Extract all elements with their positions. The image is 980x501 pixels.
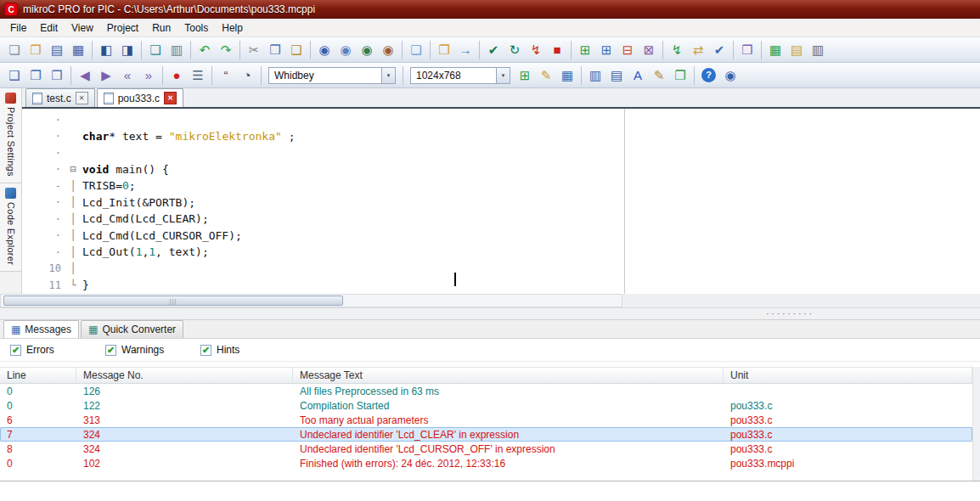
indent-button[interactable]: ▶ [96, 65, 116, 86]
save-file-button[interactable]: ▤ [47, 40, 67, 60]
message-row[interactable]: 7324Undeclared identifier 'Lcd_CLEAR' in… [0, 427, 972, 442]
print-preview-button[interactable]: ❏ [145, 40, 166, 60]
new-file-button[interactable]: ❏ [4, 40, 25, 60]
macros-list-button[interactable]: ☰ [188, 65, 208, 86]
column-header-message-no-[interactable]: Message No. [76, 368, 293, 383]
help-button[interactable]: ? [701, 68, 716, 82]
menu-item-run[interactable]: Run [145, 20, 177, 37]
show-breakpoints-button[interactable]: ▥ [585, 65, 605, 86]
copy-button[interactable]: ❐ [265, 40, 285, 60]
message-row[interactable]: 8324Undeclared identifier 'Lcd_CURSOR_OF… [0, 442, 972, 456]
tab-quick-converter[interactable]: ▦Quick Converter [81, 320, 183, 338]
hscroll-thumb[interactable]: ||| [3, 296, 343, 306]
program-mcu-icon: ↯ [672, 43, 683, 56]
open-file-button[interactable]: ❒ [25, 40, 46, 60]
paste-button[interactable]: ❑ [286, 40, 307, 60]
tab-messages[interactable]: ▦Messages [3, 320, 79, 338]
hints-checkbox[interactable]: ✔ [200, 345, 211, 356]
find-in-files-button[interactable]: ◉ [357, 40, 377, 60]
menu-item-tools[interactable]: Tools [177, 20, 215, 37]
doc-tab-pou333-c[interactable]: pou333.c✕ [97, 88, 183, 107]
menu-item-view[interactable]: View [65, 20, 100, 37]
replace-button[interactable]: ◉ [378, 40, 398, 60]
verify-mcu-button[interactable]: ✔ [709, 40, 729, 60]
statistics-button[interactable]: ▥ [808, 40, 828, 60]
print-button[interactable]: ▥ [166, 40, 187, 60]
save-all-button[interactable]: ▦ [68, 40, 88, 60]
copy-rtf-button[interactable]: ❐ [434, 40, 454, 60]
record-macro-button[interactable]: ● [166, 65, 187, 86]
close-tab-icon[interactable]: ✕ [164, 92, 177, 104]
column-header-message-text[interactable]: Message Text [293, 368, 724, 383]
redo-button[interactable]: ↷ [216, 40, 236, 60]
toolbar-separator [403, 66, 403, 85]
package-manager-button[interactable]: ❒ [737, 40, 758, 60]
sidebar-tab-code-explorer[interactable]: Code Explorer [0, 183, 21, 272]
find-button[interactable]: ◉ [314, 40, 335, 60]
find-next-button[interactable]: ◉ [335, 40, 356, 60]
uncomment-lines-button[interactable]: » [138, 65, 159, 86]
undo-button[interactable]: ↶ [194, 40, 215, 60]
show-code-explorer-button[interactable]: ❐ [25, 65, 46, 86]
read-mcu-button[interactable]: ⇄ [688, 40, 708, 60]
code-templates-button[interactable]: ◨ [117, 40, 138, 60]
close-project-button[interactable]: ⊠ [639, 40, 659, 60]
menu-item-help[interactable]: Help [215, 20, 250, 37]
comment-lines-button[interactable]: « [117, 65, 138, 86]
stop-build-button[interactable]: ■ [547, 40, 567, 60]
show-project-manager-button[interactable]: ❒ [47, 65, 67, 86]
warnings-checkbox[interactable]: ✔ [105, 345, 116, 356]
chevron-down-icon[interactable]: ▼ [496, 68, 510, 83]
rebuild-all-icon: ↻ [510, 43, 521, 56]
code-editor[interactable]: ··char* text = "mikroElektronka" ;··⊟voi… [22, 109, 980, 294]
display-grid-button[interactable]: ▦ [557, 65, 577, 86]
resolution-combo[interactable]: 1024x768▼ [410, 67, 510, 84]
outdent-button[interactable]: ◀ [75, 65, 95, 86]
options-button[interactable]: ▤ [786, 40, 807, 60]
column-header-line[interactable]: Line [0, 368, 76, 383]
sidebar-tab-project-settings[interactable]: Project Settings [0, 88, 21, 183]
style-combo[interactable]: Whidbey▼ [268, 67, 396, 84]
show-procedures-list-icon: ❑ [8, 69, 20, 82]
cut-button[interactable]: ✂ [244, 40, 264, 60]
filter-label: Warnings [121, 344, 164, 356]
font-settings-button[interactable]: A [628, 65, 648, 86]
close-tab-icon[interactable]: ✕ [76, 92, 88, 104]
edit-display-button[interactable]: ✎ [536, 65, 556, 86]
code-editor-button[interactable]: ◧ [96, 40, 116, 60]
add-display-button[interactable]: ⊞ [515, 65, 535, 86]
message-row[interactable]: 0126All files Preprocessed in 63 ms [0, 384, 972, 398]
message-row[interactable]: 0102Finished (with errors): 24 déc. 2012… [0, 456, 972, 470]
message-row[interactable]: 6313Too many actual parameterspou333.c [0, 413, 972, 427]
goto-line-button[interactable]: ❏ [406, 40, 426, 60]
stopwatch-button[interactable]: ◔ [237, 65, 257, 86]
message-row[interactable]: 0122Compilation Startedpou333.c [0, 398, 972, 413]
export-code-button[interactable]: → [455, 40, 476, 60]
column-header-unit[interactable]: Unit [724, 368, 972, 383]
chevron-down-icon[interactable]: ▼ [381, 68, 395, 83]
remove-file-from-project-button[interactable]: ⊟ [617, 40, 638, 60]
panel-splitter[interactable]: ········· [0, 307, 980, 319]
errors-checkbox[interactable]: ✔ [10, 345, 21, 356]
show-watch-window-button[interactable]: ▤ [606, 65, 627, 86]
editor-hscrollbar[interactable]: ||| [0, 294, 622, 307]
toggle-comment-button[interactable]: “ [216, 65, 236, 86]
build-project-button[interactable]: ✔ [483, 40, 504, 60]
add-file-to-project-button[interactable]: ⊞ [596, 40, 617, 60]
rebuild-all-button[interactable]: ↻ [504, 40, 525, 60]
search-help-button[interactable]: ◉ [720, 65, 741, 86]
build-and-program-button[interactable]: ↯ [526, 40, 546, 60]
doc-tab-test-c[interactable]: test.c✕ [25, 88, 95, 107]
library-manager-button[interactable]: ▦ [765, 40, 786, 60]
window-layout-button[interactable]: ❐ [670, 65, 690, 86]
messages-vscrollbar[interactable] [972, 367, 980, 481]
show-procedures-list-button[interactable]: ❑ [4, 65, 25, 86]
program-mcu-button[interactable]: ↯ [667, 40, 687, 60]
edit-settings-button[interactable]: ✎ [649, 65, 669, 86]
left-sidebar: Project SettingsCode Explorer [0, 88, 22, 294]
menu-item-edit[interactable]: Edit [33, 20, 65, 37]
new-project-button[interactable]: ⊞ [575, 40, 595, 60]
menu-item-project[interactable]: Project [100, 20, 145, 37]
menu-item-file[interactable]: File [3, 20, 33, 37]
fold-collapse-icon[interactable]: ⊟ [67, 164, 79, 174]
